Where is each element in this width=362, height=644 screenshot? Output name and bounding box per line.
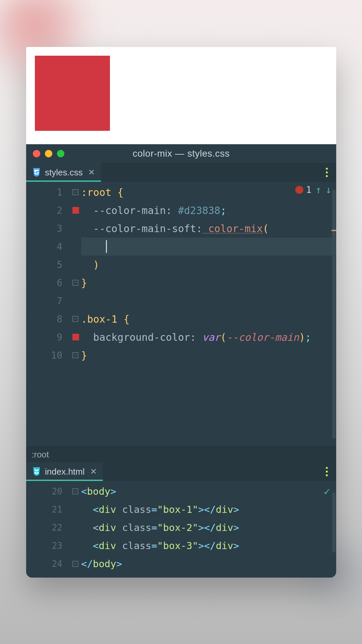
- app-stage: color-mix — styles.css styles.css ✕ 1 2 …: [26, 47, 336, 578]
- code-token: ;: [220, 205, 226, 216]
- tab-styles-css[interactable]: styles.css ✕: [26, 163, 101, 182]
- zoom-window-button[interactable]: [57, 150, 64, 157]
- code-token: ): [81, 259, 99, 271]
- error-badge[interactable]: 1: [295, 185, 311, 195]
- code-token: [81, 241, 105, 253]
- code-token: color-mix: [202, 223, 263, 234]
- line-number: 10: [26, 346, 70, 364]
- code-token: >: [233, 540, 239, 551]
- window-title: color-mix — styles.css: [26, 148, 336, 159]
- fold-toggle-icon[interactable]: −: [72, 352, 78, 358]
- fold-column: − − − −: [70, 182, 81, 447]
- scrollbar-thumb[interactable]: [332, 492, 336, 553]
- tab-label: index.html: [45, 467, 85, 477]
- code-token: <: [81, 486, 87, 497]
- code-token: #d23838: [172, 205, 221, 216]
- line-number: 24: [26, 555, 70, 573]
- code-token: (: [263, 223, 269, 234]
- code-token: --color-main:: [81, 205, 172, 216]
- window-titlebar: color-mix — styles.css: [26, 144, 336, 163]
- scrollbar[interactable]: [331, 489, 336, 570]
- code-token: class: [116, 540, 152, 551]
- code-token: =: [152, 504, 157, 515]
- code-token: >: [233, 522, 239, 533]
- tab-bar-top: styles.css ✕: [26, 163, 336, 182]
- tab-options-button[interactable]: [317, 462, 336, 481]
- code-token: div: [99, 522, 116, 533]
- css-file-icon: [32, 168, 41, 177]
- code-area[interactable]: :root { --color-main: #d23838; --color-m…: [81, 182, 336, 447]
- code-token: <: [81, 540, 99, 551]
- fold-toggle-icon[interactable]: −: [72, 189, 78, 195]
- code-token: >: [110, 486, 116, 497]
- line-number: 3: [26, 219, 70, 237]
- code-token: <: [81, 504, 99, 515]
- fold-toggle-icon[interactable]: −: [72, 561, 78, 567]
- code-token: </: [81, 558, 93, 570]
- code-token: --color-main-soft:: [81, 223, 202, 234]
- code-token: background-color:: [81, 331, 196, 343]
- breadcrumb-item[interactable]: :root: [32, 449, 49, 460]
- fold-toggle-icon[interactable]: −: [72, 316, 78, 322]
- minimize-window-button[interactable]: [45, 150, 52, 157]
- code-token: div: [99, 540, 116, 551]
- next-problem-icon[interactable]: ↓: [325, 184, 331, 196]
- close-window-button[interactable]: [33, 150, 40, 157]
- error-icon: [295, 186, 303, 194]
- line-number: 1: [26, 183, 70, 201]
- color-swatch-icon: [72, 207, 79, 214]
- scrollbar-thumb[interactable]: [332, 190, 336, 439]
- tab-bar-bottom: index.html ✕: [26, 462, 336, 481]
- fold-toggle-icon[interactable]: −: [72, 488, 78, 494]
- html-file-icon: [32, 467, 41, 476]
- line-number: 22: [26, 519, 70, 537]
- code-token: div: [216, 540, 233, 551]
- text-cursor: [106, 240, 107, 253]
- gutter: 1 2 3 4 5 6 7 8 9 10: [26, 182, 70, 447]
- close-tab-icon[interactable]: ✕: [90, 467, 97, 476]
- line-number: 5: [26, 256, 70, 274]
- code-token: div: [216, 522, 233, 533]
- current-line: [81, 237, 336, 256]
- editor-index-html[interactable]: 20 21 22 23 24 − − <body> <div class="bo…: [26, 481, 336, 578]
- code-token: ></: [198, 504, 216, 515]
- line-number: 2: [26, 201, 70, 219]
- code-token: (: [220, 331, 226, 343]
- close-tab-icon[interactable]: ✕: [88, 168, 95, 177]
- tab-index-html[interactable]: index.html ✕: [26, 462, 103, 481]
- scrollbar[interactable]: [331, 190, 336, 439]
- line-number: 9: [26, 328, 70, 346]
- code-token: ></: [198, 540, 216, 551]
- editor-styles-css[interactable]: 1 2 3 4 5 6 7 8 9 10 − − − − :roo: [26, 182, 336, 447]
- code-token: ): [299, 331, 305, 343]
- code-token: "box-1": [157, 504, 198, 515]
- code-token: <: [81, 522, 99, 533]
- code-token: ;: [305, 331, 311, 343]
- line-number: 20: [26, 482, 70, 500]
- code-token: div: [99, 504, 116, 515]
- prev-problem-icon[interactable]: ↑: [315, 184, 321, 196]
- checkmark-icon[interactable]: ✓: [324, 485, 330, 498]
- code-token: body: [87, 486, 110, 497]
- breadcrumb[interactable]: :root: [26, 447, 336, 462]
- line-number: 7: [26, 292, 70, 310]
- fold-toggle-icon[interactable]: −: [72, 280, 78, 286]
- problems-indicator[interactable]: 1 ↑ ↓: [295, 184, 331, 196]
- scrollbar-error-mark: [331, 230, 336, 231]
- tab-options-button[interactable]: [317, 163, 336, 182]
- code-token: }: [81, 277, 87, 289]
- code-token: "box-2": [157, 522, 198, 533]
- line-number: 8: [26, 310, 70, 328]
- line-number: 4: [26, 237, 70, 256]
- error-count: 1: [306, 185, 311, 195]
- code-token: var: [196, 331, 220, 343]
- code-token: =: [152, 522, 157, 533]
- code-token: {: [111, 186, 123, 198]
- code-area[interactable]: <body> <div class="box-1"></div> <div cl…: [81, 481, 336, 578]
- code-token: "box-3": [157, 540, 198, 551]
- line-number: 6: [26, 274, 70, 292]
- code-token: >: [233, 504, 239, 515]
- code-token: =: [152, 540, 157, 551]
- color-swatch-icon: [72, 334, 79, 340]
- code-token: >: [116, 558, 122, 570]
